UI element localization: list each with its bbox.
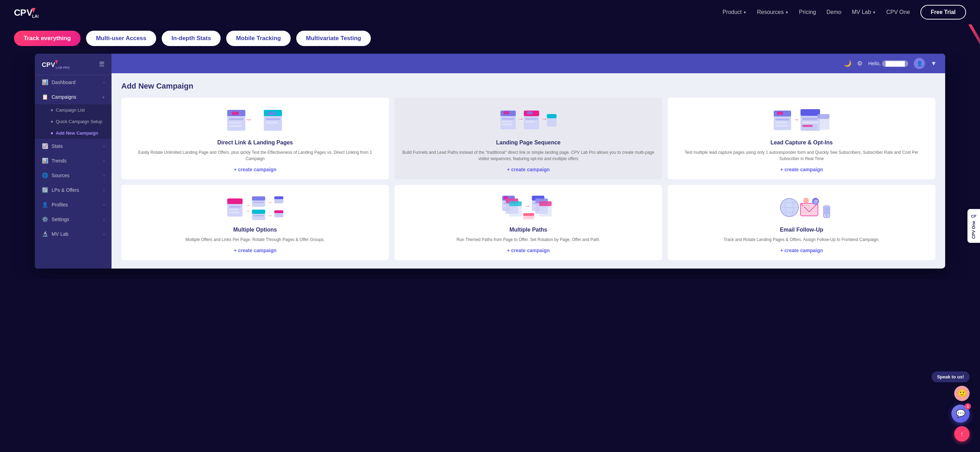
campaign-card-email-followup[interactable]: @ Email Follow-Up Track and Rotate L xyxy=(668,185,935,260)
page-title: Add New Campaign xyxy=(121,81,935,91)
svg-text:→: → xyxy=(245,202,250,208)
user-avatar[interactable]: 👤 xyxy=(914,58,925,69)
sources-icon: 🌐 xyxy=(42,172,48,179)
campaign-card-sequence[interactable]: → → Landing Page Sequence Build Funne xyxy=(395,97,662,179)
svg-rect-10 xyxy=(229,118,243,120)
chevron-down-icon: ▼ xyxy=(785,10,789,14)
pill-multivariate[interactable]: Multivariate Testing xyxy=(296,31,371,46)
sidebar-item-stats[interactable]: 📈 Stats › xyxy=(35,139,111,153)
topbar-greeting: Hello, ██████ xyxy=(868,61,908,66)
app-topbar: 🌙 ⚙ Hello, ██████ 👤 ▼ xyxy=(111,54,945,73)
svg-rect-24 xyxy=(502,124,512,125)
chevron-right-icon: › xyxy=(103,232,105,236)
card-title: Multiple Options xyxy=(233,227,277,233)
sidebar: C P V LAB PRO ☰ 📊 Dashboard › 📋 Campaign… xyxy=(35,54,111,268)
svg-point-101 xyxy=(826,215,827,217)
sidebar-item-profiles[interactable]: 👤 Profiles › xyxy=(35,197,111,212)
top-navigation: C P V LAB Product ▼ Resources ▼ Pricing … xyxy=(0,0,980,24)
sidebar-item-campaign-list[interactable]: Campaign List xyxy=(35,104,111,116)
dashboard-icon: 📊 xyxy=(42,79,48,85)
create-campaign-link[interactable]: + create campaign xyxy=(507,167,550,172)
card-description: Test multiple lead capture pages using o… xyxy=(675,149,928,162)
create-campaign-link[interactable]: + create campaign xyxy=(780,248,823,253)
sidebar-item-mvlab[interactable]: 🔬 MV Lab › xyxy=(35,227,111,241)
svg-rect-46 xyxy=(802,125,813,127)
pill-multiuser[interactable]: Multi-user Access xyxy=(86,31,156,46)
app-shell: C P V LAB PRO ☰ 📊 Dashboard › 📋 Campaign… xyxy=(35,54,945,268)
svg-rect-45 xyxy=(802,121,818,123)
sidebar-item-campaigns[interactable]: 📋 Campaigns ∨ xyxy=(35,89,111,104)
settings-gear-icon[interactable]: ⚙ xyxy=(857,60,862,67)
nav-product[interactable]: Product ▼ xyxy=(722,9,746,15)
brand-logo[interactable]: C P V LAB xyxy=(14,5,38,19)
chevron-right-icon: › xyxy=(103,174,105,177)
svg-rect-37 xyxy=(775,118,789,120)
card-description: Track and Rotate Landing Pages & Offers.… xyxy=(724,236,880,243)
svg-rect-22 xyxy=(502,118,514,120)
card-title: Email Follow-Up xyxy=(780,227,823,233)
chevron-right-icon: › xyxy=(103,159,105,163)
card-description: Multiple Offers and Links Per Page. Rota… xyxy=(185,236,325,243)
card-title: Landing Page Sequence xyxy=(496,139,561,146)
nav-resources[interactable]: Resources ▼ xyxy=(757,9,788,15)
trends-icon: 📊 xyxy=(42,158,48,164)
svg-rect-76 xyxy=(509,201,522,206)
create-campaign-link[interactable]: + create campaign xyxy=(780,167,823,172)
create-campaign-link[interactable]: + create campaign xyxy=(507,248,550,253)
svg-rect-53 xyxy=(229,212,239,213)
svg-text:→: → xyxy=(267,213,272,218)
chevron-down-icon: ▼ xyxy=(743,10,746,14)
profiles-icon: 👤 xyxy=(42,201,48,208)
svg-text:LAB PRO: LAB PRO xyxy=(56,66,70,69)
nav-cpvone[interactable]: CPV One xyxy=(886,9,910,15)
sidebar-item-lps-offers[interactable]: 🔄 LPs & Offers › xyxy=(35,183,111,197)
chevron-right-icon: › xyxy=(103,81,105,85)
sidebar-item-dashboard[interactable]: 📊 Dashboard › xyxy=(35,75,111,89)
svg-rect-52 xyxy=(229,209,238,210)
dropdown-arrow-icon[interactable]: ▼ xyxy=(931,60,937,67)
pill-track-everything[interactable]: Track everything xyxy=(14,31,81,46)
svg-rect-39 xyxy=(775,125,788,126)
svg-text:→: → xyxy=(541,115,547,122)
card-description: Build Funnels and Lead Paths instead of … xyxy=(401,149,655,162)
create-campaign-link[interactable]: + create campaign xyxy=(234,167,277,172)
svg-rect-61 xyxy=(253,215,264,216)
svg-rect-51 xyxy=(229,206,241,208)
svg-rect-58 xyxy=(253,202,264,203)
svg-rect-23 xyxy=(502,121,512,122)
svg-rect-11 xyxy=(229,122,241,123)
sidebar-item-add-campaign[interactable]: Add New Campaign xyxy=(35,127,111,139)
sidebar-item-sources[interactable]: 🌐 Sources › xyxy=(35,168,111,183)
cpv-one-tab[interactable]: CPV CPV One xyxy=(967,209,980,243)
svg-rect-85 xyxy=(539,201,552,206)
sidebar-item-quick-campaign[interactable]: Quick Campaign Setup xyxy=(35,116,111,127)
nav-pricing[interactable]: Pricing xyxy=(799,9,816,15)
svg-rect-57 xyxy=(252,196,265,201)
svg-text:P: P xyxy=(46,61,51,69)
svg-rect-31 xyxy=(527,111,533,114)
pill-mobile-tracking[interactable]: Mobile Tracking xyxy=(226,31,290,46)
chevron-right-icon: › xyxy=(103,203,105,207)
campaign-card-multiple-paths[interactable]: → Multiple Paths xyxy=(395,185,662,260)
svg-rect-18 xyxy=(266,122,278,123)
campaign-card-lead-capture[interactable]: → Lead Capture & Opt-Ins Test multiple l… xyxy=(668,97,935,179)
moon-icon[interactable]: 🌙 xyxy=(844,60,851,67)
campaign-card-multiple-options[interactable]: → → → → xyxy=(121,185,389,260)
svg-rect-29 xyxy=(525,118,538,120)
sidebar-item-trends[interactable]: 📊 Trends › xyxy=(35,153,111,168)
svg-rect-87 xyxy=(523,213,534,216)
card-title: Direct Link & Landing Pages xyxy=(218,139,293,146)
dot-icon xyxy=(51,109,53,111)
sidebar-item-settings[interactable]: ⚙️ Settings › xyxy=(35,212,111,227)
chevron-down-icon: ∨ xyxy=(102,95,105,99)
svg-text:→: → xyxy=(524,203,530,209)
hamburger-menu-icon[interactable]: ☰ xyxy=(99,60,105,68)
svg-text:P: P xyxy=(20,7,26,18)
pill-indepth-stats[interactable]: In-depth Stats xyxy=(162,31,221,46)
nav-mvlab[interactable]: MV Lab ▼ xyxy=(852,9,876,15)
nav-demo[interactable]: Demo xyxy=(827,9,842,15)
create-campaign-link[interactable]: + create campaign xyxy=(234,248,277,253)
card-description: Easily Rotate Unlimited Landing Page and… xyxy=(128,149,382,162)
free-trial-button[interactable]: Free Trial xyxy=(920,5,966,19)
campaign-card-direct-link[interactable]: → Direct Link & Landing Pages Easily Rot… xyxy=(121,97,389,179)
